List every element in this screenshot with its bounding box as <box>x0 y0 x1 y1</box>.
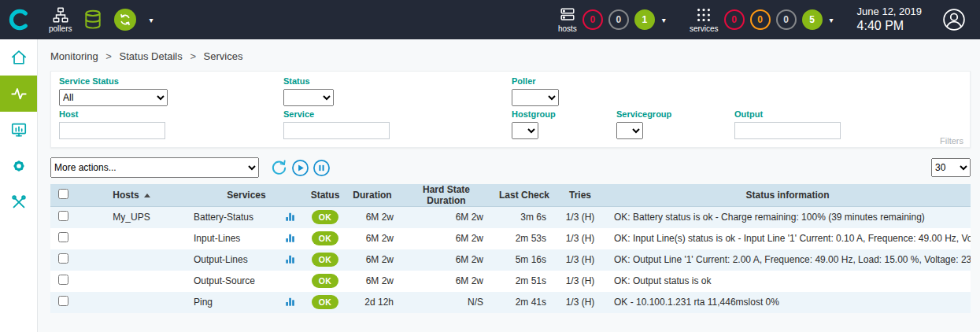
host-input[interactable] <box>59 122 165 139</box>
last-check-cell: 2m 51s <box>493 271 556 292</box>
graph-icon[interactable] <box>285 232 296 243</box>
gear-icon <box>10 157 28 175</box>
column-header-services[interactable]: Services <box>187 184 305 207</box>
database-status-icon[interactable] <box>83 9 103 30</box>
service-cell[interactable]: Battery-Status <box>187 207 276 228</box>
column-header-tries[interactable]: Tries <box>556 184 605 207</box>
hosts-menu[interactable]: hosts <box>558 6 577 33</box>
hostgroup-select[interactable] <box>512 122 538 139</box>
hosts-unreachable-badge[interactable]: 0 <box>608 9 629 30</box>
sidebar-item-monitoring[interactable] <box>0 76 37 112</box>
table-header-row: Hosts Services Status Duration Hard Stat… <box>50 184 971 207</box>
refresh-button[interactable] <box>270 159 288 177</box>
column-header-duration[interactable]: Duration <box>345 184 400 207</box>
pollers-menu[interactable]: pollers <box>49 6 72 33</box>
poller-label: Poller <box>512 76 536 86</box>
status-select[interactable] <box>283 89 334 106</box>
select-all-checkbox[interactable] <box>58 189 68 199</box>
graph-icon[interactable] <box>285 296 296 307</box>
page-size-select[interactable]: 30 <box>931 158 971 177</box>
actions-toolbar: More actions... <box>50 157 971 178</box>
service-cell[interactable]: Input-Lines <box>187 228 276 249</box>
breadcrumb-item-status-details[interactable]: Status Details <box>120 50 183 62</box>
services-unknown-badge[interactable]: 0 <box>776 9 797 30</box>
table-row: My_UPS Battery-Status OK 6M 2w 6M 2w 3m … <box>50 207 971 228</box>
column-header-hosts[interactable]: Hosts <box>76 184 187 207</box>
servicegroup-select[interactable] <box>616 122 643 139</box>
pause-button[interactable] <box>312 159 331 177</box>
main-content: Monitoring > Status Details > Services S… <box>38 39 980 332</box>
host-label: Host <box>59 109 78 119</box>
breadcrumb: Monitoring > Status Details > Services <box>38 39 980 62</box>
status-information-cell: OK: Input Line(s) status is ok - Input L… <box>605 228 971 249</box>
play-icon <box>291 159 309 177</box>
breadcrumb-separator: > <box>105 50 112 62</box>
column-header-hard-state-duration[interactable]: Hard State Duration <box>400 184 493 207</box>
last-check-cell: 5m 16s <box>493 249 556 271</box>
row-checkbox[interactable] <box>58 296 68 306</box>
service-cell[interactable]: Ping <box>187 292 276 313</box>
user-profile-button[interactable] <box>942 8 966 31</box>
play-button[interactable] <box>291 159 309 177</box>
services-warning-badge[interactable]: 0 <box>750 9 771 30</box>
column-header-status-information[interactable]: Status information <box>605 184 971 207</box>
output-input[interactable] <box>734 122 841 139</box>
sidebar-item-administration[interactable] <box>0 184 37 220</box>
row-checkbox[interactable] <box>58 211 68 221</box>
more-actions-select[interactable]: More actions... <box>50 157 259 178</box>
service-label: Service <box>283 109 314 119</box>
chevron-down-icon[interactable]: ▾ <box>830 16 834 24</box>
hosts-up-badge[interactable]: 1 <box>634 9 655 30</box>
centreon-logo[interactable] <box>0 0 38 39</box>
service-status-select[interactable]: All <box>59 89 168 106</box>
breadcrumb-item-monitoring[interactable]: Monitoring <box>50 50 98 62</box>
sidebar-item-configuration[interactable] <box>0 148 37 184</box>
last-check-cell: 2m 41s <box>493 292 556 313</box>
status-badge: OK <box>312 295 338 309</box>
services-table: Hosts Services Status Duration Hard Stat… <box>50 184 971 313</box>
breadcrumb-item-services[interactable]: Services <box>204 50 243 62</box>
poller-status-ok-icon[interactable] <box>114 9 136 31</box>
services-critical-badge[interactable]: 0 <box>724 9 745 30</box>
column-header-status[interactable]: Status <box>305 184 345 207</box>
graph-icon[interactable] <box>285 211 296 222</box>
host-cell <box>76 271 187 292</box>
output-label: Output <box>734 109 763 119</box>
servicegroup-label: Servicegroup <box>616 109 671 119</box>
host-cell <box>76 228 187 249</box>
filters-caption: Filters <box>940 136 963 146</box>
service-input[interactable] <box>283 122 390 139</box>
services-label: services <box>690 24 719 33</box>
reports-chart-icon <box>10 121 28 138</box>
breadcrumb-separator: > <box>190 50 196 62</box>
hosts-down-badge[interactable]: 0 <box>582 9 603 30</box>
column-header-last-check[interactable]: Last Check <box>493 184 556 207</box>
chevron-down-icon[interactable]: ▾ <box>662 16 666 24</box>
row-checkbox[interactable] <box>58 232 68 242</box>
row-checkbox[interactable] <box>58 275 68 285</box>
date-text: June 12, 2019 <box>857 6 922 18</box>
graph-icon[interactable] <box>285 253 296 264</box>
sync-icon <box>119 13 131 26</box>
services-menu[interactable]: services <box>690 6 719 33</box>
pollers-icon <box>52 6 69 24</box>
pollers-label: pollers <box>49 24 72 33</box>
filter-panel: Service Status All Status Poller Host Se… <box>50 71 971 148</box>
sidebar <box>0 39 38 332</box>
poller-select[interactable] <box>512 89 559 106</box>
service-cell[interactable]: Output-Lines <box>187 249 276 271</box>
topbar: pollers ▾ <box>0 0 980 39</box>
row-checkbox[interactable] <box>58 253 68 264</box>
host-cell <box>76 292 187 313</box>
service-cell[interactable]: Output-Source <box>187 271 276 292</box>
chevron-down-icon[interactable]: ▾ <box>149 16 153 24</box>
sidebar-item-reporting[interactable] <box>0 112 37 148</box>
centreon-logo-icon <box>7 8 31 31</box>
hosts-label: hosts <box>558 24 577 33</box>
database-icon <box>83 9 103 30</box>
hard-state-duration-cell: 6M 2w <box>400 271 493 292</box>
hard-state-duration-cell: N/S <box>400 292 493 313</box>
services-ok-badge[interactable]: 5 <box>802 9 823 30</box>
host-cell[interactable]: My_UPS <box>76 207 187 228</box>
sidebar-item-home[interactable] <box>0 39 37 76</box>
